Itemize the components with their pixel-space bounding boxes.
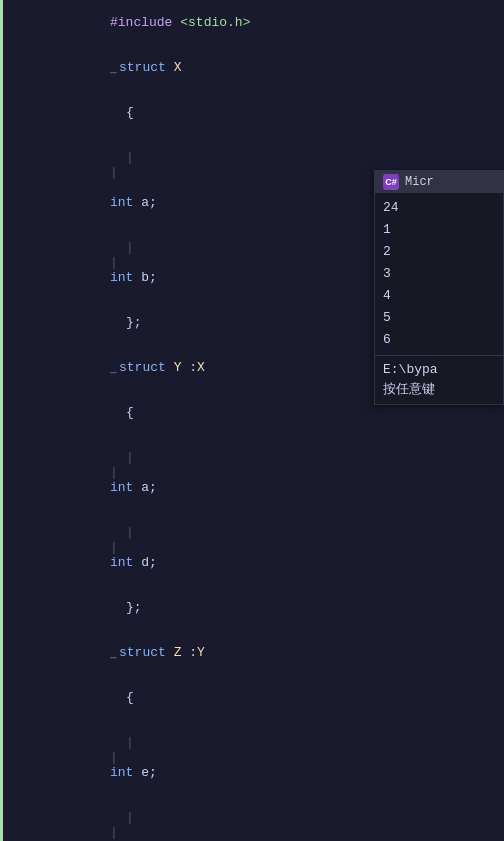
code-line: }; bbox=[28, 585, 504, 630]
gutter bbox=[0, 0, 28, 841]
output-header: C# Micr bbox=[375, 171, 503, 193]
code-line: ⎯struct X bbox=[28, 45, 504, 90]
code-line: ⎯struct Z :Y bbox=[28, 630, 504, 675]
output-header-title: Micr bbox=[405, 175, 434, 189]
code-line: { bbox=[28, 675, 504, 720]
code-line: | | int f; bbox=[28, 795, 504, 841]
output-value-6: 5 bbox=[383, 307, 495, 329]
green-line-indicator bbox=[0, 0, 3, 841]
code-line: | | int d; bbox=[28, 510, 504, 585]
output-value-7: 6 bbox=[383, 329, 495, 351]
output-footer-line1: E:\bypa bbox=[383, 360, 495, 380]
editor: #include <stdio.h> ⎯struct X { | | bbox=[0, 0, 504, 841]
output-panel: C# Micr 24 1 2 3 4 5 6 E:\bypa 按任意键 bbox=[374, 170, 504, 405]
output-value-4: 3 bbox=[383, 263, 495, 285]
output-footer-line2: 按任意键 bbox=[383, 380, 495, 400]
code-line: { bbox=[28, 90, 504, 135]
code-container: #include <stdio.h> ⎯struct X { | | bbox=[0, 0, 504, 841]
fold-icon[interactable]: ⎯ bbox=[110, 362, 117, 374]
fold-icon[interactable]: ⎯ bbox=[110, 62, 117, 74]
fold-icon[interactable]: ⎯ bbox=[110, 647, 117, 659]
code-line: #include <stdio.h> bbox=[28, 0, 504, 45]
output-footer: E:\bypa 按任意键 bbox=[375, 355, 503, 404]
output-body: 24 1 2 3 4 5 6 bbox=[375, 193, 503, 355]
code-line: | | int a; bbox=[28, 435, 504, 510]
cs-icon: C# bbox=[383, 174, 399, 190]
code-area[interactable]: #include <stdio.h> ⎯struct X { | | bbox=[28, 0, 504, 841]
output-value-3: 2 bbox=[383, 241, 495, 263]
output-value-2: 1 bbox=[383, 219, 495, 241]
code-line: | | int e; bbox=[28, 720, 504, 795]
output-value-1: 24 bbox=[383, 197, 495, 219]
output-value-5: 4 bbox=[383, 285, 495, 307]
